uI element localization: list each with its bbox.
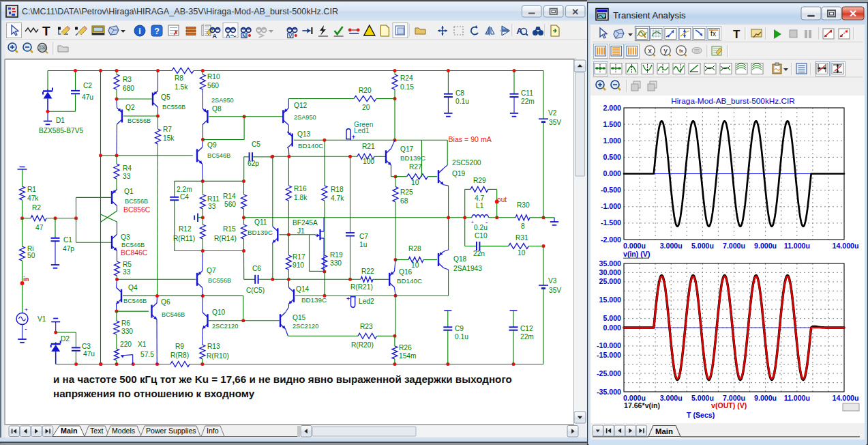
- svg-text:R21: R21: [362, 143, 375, 150]
- svg-text:Led1: Led1: [354, 127, 370, 134]
- svg-text:Q18: Q18: [453, 255, 467, 263]
- svg-text:2SC5200: 2SC5200: [452, 159, 481, 167]
- svg-text:Q16: Q16: [399, 268, 413, 276]
- svg-text:BD140C: BD140C: [298, 142, 323, 149]
- svg-text:-10.000: -10.000: [597, 341, 621, 349]
- svg-text:Bias = 90 mA: Bias = 90 mA: [449, 135, 492, 143]
- svg-text:R28: R28: [408, 245, 421, 253]
- svg-text:Hiraga-Mod-AB_burst-500kHz.CIR: Hiraga-Mod-AB_burst-500kHz.CIR: [671, 96, 795, 106]
- svg-text:33: 33: [123, 268, 131, 276]
- svg-text:R15: R15: [223, 225, 236, 233]
- svg-text:-1.000: -1.000: [601, 202, 621, 210]
- svg-text:22n: 22n: [473, 250, 485, 257]
- svg-text:BC556B: BC556B: [208, 277, 231, 284]
- svg-text:910: 910: [293, 261, 304, 269]
- svg-text:Text: Text: [90, 427, 103, 435]
- svg-text:R29: R29: [473, 177, 486, 184]
- svg-text:2.2m: 2.2m: [177, 186, 192, 193]
- svg-text:50: 50: [27, 252, 35, 259]
- svg-text:100: 100: [363, 158, 374, 165]
- svg-text:R7: R7: [163, 126, 172, 133]
- svg-text:R3: R3: [123, 76, 132, 83]
- svg-text:+: +: [346, 296, 350, 302]
- svg-text:BD139C: BD139C: [400, 154, 425, 162]
- svg-text:Q5: Q5: [161, 94, 170, 101]
- svg-text:1.500: 1.500: [603, 120, 621, 128]
- svg-text:R(R14): R(R14): [214, 235, 237, 242]
- svg-text:BC546B: BC546B: [162, 311, 185, 318]
- svg-text:и на частоте 500 кГц тот же Ku: и на частоте 500 кГц тот же Ku = 17,66 и…: [53, 373, 512, 385]
- svg-text:20: 20: [362, 104, 370, 111]
- svg-text:R8: R8: [175, 74, 183, 82]
- svg-text:Q8: Q8: [212, 105, 222, 113]
- svg-text:Q15: Q15: [293, 314, 306, 321]
- svg-text:0.1u: 0.1u: [455, 98, 469, 105]
- svg-text:1.8k: 1.8k: [294, 194, 308, 201]
- svg-text:Transient Analysis: Transient Analysis: [613, 10, 686, 20]
- svg-text:2.000: 2.000: [603, 104, 621, 112]
- svg-text:R27: R27: [409, 163, 422, 171]
- svg-text:Power Supplies: Power Supplies: [146, 427, 196, 435]
- svg-text:X1: X1: [138, 341, 147, 348]
- svg-text:-35.000: -35.000: [597, 388, 621, 396]
- svg-text:17.66*v(in): 17.66*v(in): [624, 401, 660, 410]
- svg-text:10: 10: [411, 179, 419, 186]
- svg-text:560: 560: [224, 201, 236, 208]
- svg-text:R22: R22: [361, 268, 374, 275]
- svg-text:35.000: 35.000: [599, 259, 622, 268]
- svg-text:+: +: [25, 306, 28, 313]
- svg-text:154m: 154m: [399, 352, 416, 360]
- svg-text:57.5: 57.5: [140, 351, 154, 358]
- svg-text:✕: ✕: [571, 7, 579, 17]
- svg-text:35V: 35V: [549, 119, 561, 126]
- svg-text:-15.000: -15.000: [597, 351, 621, 359]
- svg-text:R4: R4: [123, 164, 132, 172]
- svg-text:47: 47: [35, 224, 44, 231]
- svg-text:Q1: Q1: [124, 188, 134, 195]
- svg-text:8: 8: [521, 222, 525, 230]
- svg-text:V1: V1: [38, 315, 46, 323]
- svg-text:2SC2120: 2SC2120: [293, 323, 318, 330]
- svg-text:15k: 15k: [163, 134, 175, 142]
- svg-text:C3: C3: [82, 343, 91, 350]
- svg-text:fx: fx: [710, 30, 716, 38]
- svg-text:R1: R1: [27, 186, 36, 193]
- svg-text:v(OUT) (V): v(OUT) (V): [711, 401, 747, 410]
- svg-text:Q17: Q17: [400, 145, 414, 153]
- svg-text:V2: V2: [548, 109, 557, 117]
- svg-text:9.000u: 9.000u: [754, 394, 777, 402]
- svg-text:R31: R31: [515, 234, 528, 242]
- svg-text:C5: C5: [252, 141, 260, 148]
- svg-text:BC546B: BC546B: [121, 242, 145, 248]
- svg-text:C1: C1: [63, 236, 72, 244]
- svg-text:y: y: [663, 46, 668, 55]
- svg-text:7.000u: 7.000u: [723, 242, 745, 250]
- svg-text:BC556B: BC556B: [125, 198, 148, 205]
- svg-text:0.15: 0.15: [400, 83, 414, 91]
- svg-text:x: x: [648, 46, 652, 55]
- svg-text:R(R8): R(R8): [170, 351, 189, 359]
- svg-text:220: 220: [120, 341, 132, 348]
- svg-text:C12: C12: [520, 325, 533, 332]
- svg-text:15.000: 15.000: [599, 296, 622, 304]
- svg-text:1.5k: 1.5k: [175, 83, 188, 91]
- svg-text:BD139C: BD139C: [248, 229, 273, 236]
- svg-text:R12: R12: [179, 225, 192, 233]
- svg-text:330: 330: [121, 328, 133, 335]
- svg-text:-2.000: -2.000: [601, 235, 621, 244]
- svg-text:5.000u: 5.000u: [691, 394, 714, 402]
- svg-text:L1: L1: [476, 202, 484, 210]
- svg-text:R25: R25: [400, 188, 413, 196]
- svg-text:C8: C8: [455, 89, 464, 97]
- svg-text:BZX585-B7V5: BZX585-B7V5: [39, 127, 83, 134]
- svg-text:Q6: Q6: [161, 298, 170, 306]
- svg-text:C9: C9: [455, 325, 464, 332]
- svg-text:i: i: [138, 27, 140, 36]
- svg-text:+: +: [352, 134, 355, 141]
- svg-text:Q10: Q10: [212, 308, 226, 316]
- svg-text:R24: R24: [400, 74, 413, 82]
- svg-text:2SA1943: 2SA1943: [453, 265, 482, 272]
- svg-text:0.1u: 0.1u: [455, 333, 468, 341]
- svg-text:330: 330: [330, 259, 342, 267]
- svg-text:Q14: Q14: [296, 285, 310, 293]
